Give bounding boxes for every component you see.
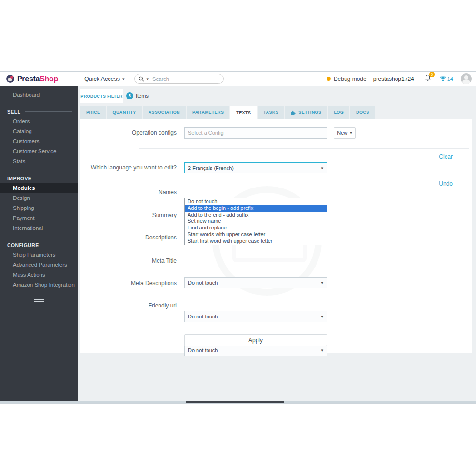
tab-label: QUANTITY — [113, 110, 136, 115]
avatar[interactable] — [461, 73, 472, 84]
chevron-down-icon — [122, 77, 125, 81]
sidebar-section-title-improve: IMPROVE — [0, 173, 78, 183]
puzzle-icon — [291, 110, 296, 115]
search-bar[interactable] — [134, 74, 224, 84]
achievements-button[interactable]: 14 — [440, 76, 453, 82]
sidebar-item-customers[interactable]: Customers — [0, 137, 78, 147]
language-select-value: 2 Français (French) — [188, 165, 234, 171]
tab-log[interactable]: LOG — [328, 106, 349, 119]
dropdown-option-highlighted[interactable]: Add to the begin - add prefix — [185, 205, 327, 212]
sidebar-section-title-configure: CONFIGURE — [0, 240, 78, 250]
tab-texts[interactable]: TEXTS — [230, 106, 257, 119]
dropdown-option[interactable]: Start first word with upper case letter — [185, 238, 327, 245]
sidebar-item-payment[interactable]: Payment — [0, 213, 78, 223]
dropdown-option[interactable]: Add to the end - add suffix — [185, 212, 327, 218]
operation-configs-label: Operation configs — [80, 127, 180, 139]
apply-button[interactable]: Apply — [184, 334, 327, 346]
sidebar-section-sell: SELL Orders Catalog Customers Customer S… — [0, 107, 78, 167]
tab-association[interactable]: ASSOCIATION — [143, 106, 186, 119]
sidebar-item-mass-actions[interactable]: Mass Actions — [0, 270, 78, 280]
section-title-text: CONFIGURE — [7, 242, 39, 248]
tab-settings[interactable]: SETTINGS — [285, 106, 327, 119]
new-button-label: New — [337, 130, 347, 136]
trophy-icon — [440, 76, 446, 82]
quick-access-menu[interactable]: Quick Access — [84, 76, 125, 82]
tab-label: TASKS — [263, 110, 278, 115]
language-label: Which language you want to edit? — [80, 162, 180, 173]
tab-label: TEXTS — [236, 110, 251, 115]
language-select[interactable]: 2 Français (French) — [184, 162, 327, 173]
clear-link[interactable]: Clear — [439, 153, 453, 160]
page: PrestaShop Quick Access Debug mode prest… — [0, 0, 476, 476]
sidebar-item-modules[interactable]: Modules — [0, 183, 78, 193]
tab-label: PARAMETERS — [192, 110, 224, 115]
search-scope-chevron-icon[interactable] — [147, 77, 149, 81]
tab-tasks[interactable]: TASKS — [258, 106, 284, 119]
notifications-button[interactable]: 5 — [425, 74, 431, 83]
tab-quantity[interactable]: QUANTITY — [107, 106, 142, 119]
sidebar: Dashboard SELL Orders Catalog Customers … — [0, 86, 78, 401]
search-input[interactable] — [152, 76, 220, 82]
search-icon — [139, 76, 144, 82]
section-title-text: SELL — [7, 109, 20, 115]
window-bottom-edge — [0, 401, 476, 403]
meta-title-label: Meta Title — [80, 255, 180, 267]
tab-parameters[interactable]: PARAMETERS — [187, 106, 229, 119]
topbar: PrestaShop Quick Access Debug mode prest… — [0, 72, 476, 86]
chevron-down-icon — [321, 348, 323, 353]
operation-configs-input[interactable] — [184, 127, 327, 139]
sidebar-section-configure: CONFIGURE Shop Parameters Advanced Param… — [0, 240, 78, 290]
chevron-down-icon — [321, 314, 323, 319]
sidebar-item-shop-parameters[interactable]: Shop Parameters — [0, 250, 78, 260]
new-config-button[interactable]: New — [334, 127, 356, 139]
sidebar-item-shipping[interactable]: Shipping — [0, 203, 78, 213]
main-content: PRODUCTS FILTER 3 Items PRICE QUANTITY A… — [78, 86, 476, 401]
friendly-url-select[interactable]: Do not touch — [184, 345, 327, 356]
collapse-menu-icon[interactable] — [34, 297, 44, 302]
tab-price[interactable]: PRICE — [80, 106, 106, 119]
sidebar-item-orders[interactable]: Orders — [0, 117, 78, 127]
dropdown-option[interactable]: Set new name — [185, 218, 327, 225]
sidebar-item-dashboard[interactable]: Dashboard — [0, 90, 78, 100]
achievement-count: 14 — [447, 76, 453, 82]
tab-bar: PRICE QUANTITY ASSOCIATION PARAMETERS TE… — [80, 106, 376, 119]
meta-descriptions-select[interactable]: Do not touch — [184, 311, 327, 322]
sidebar-item-catalog[interactable]: Catalog — [0, 127, 78, 137]
sidebar-item-international[interactable]: International — [0, 223, 78, 233]
summary-label: Summary — [80, 212, 180, 218]
tab-docs[interactable]: DOCS — [350, 106, 375, 119]
friendly-url-select-value: Do not touch — [188, 347, 218, 353]
items-label: Items — [136, 93, 149, 99]
friendly-url-label: Friendly url — [80, 300, 180, 311]
chevron-down-icon — [350, 130, 352, 135]
logo-text: PrestaShop — [17, 75, 58, 83]
sidebar-item-amazon-shop-integration[interactable]: Amazon Shop Integration — [0, 280, 78, 290]
texts-panel: Operation configs New Clear Which langua… — [80, 119, 472, 353]
prestashop-logo[interactable]: PrestaShop — [6, 75, 78, 83]
horizontal-scrollbar[interactable] — [186, 401, 284, 403]
sidebar-item-stats[interactable]: Stats — [0, 157, 78, 167]
notification-count-badge: 5 — [429, 72, 435, 77]
module-header-tab[interactable]: PRODUCTS FILTER — [80, 89, 123, 103]
shop-name[interactable]: prestashop1724 — [373, 76, 414, 82]
meta-descriptions-label: Meta Descriptions — [80, 278, 180, 289]
meta-title-select[interactable]: Do not touch — [184, 277, 327, 288]
sidebar-item-design[interactable]: Design — [0, 193, 78, 203]
dropdown-option[interactable]: Start words with upper case letter — [185, 231, 327, 238]
meta-descriptions-select-value: Do not touch — [188, 314, 218, 319]
names-label: Names — [80, 187, 180, 198]
tab-label: SETTINGS — [298, 110, 321, 115]
sidebar-section-improve: IMPROVE Modules Design Shipping Payment … — [0, 173, 78, 233]
browser-window: PrestaShop Quick Access Debug mode prest… — [0, 71, 476, 404]
sidebar-item-advanced-parameters[interactable]: Advanced Parameters — [0, 260, 78, 270]
dropdown-option[interactable]: Find and replace — [185, 225, 327, 231]
sidebar-item-customer-service[interactable]: Customer Service — [0, 147, 78, 157]
descriptions-label: Descriptions — [80, 235, 180, 241]
items-count-badge: 3 — [126, 92, 133, 99]
section-title-text: IMPROVE — [7, 176, 31, 181]
undo-link[interactable]: Undo — [439, 180, 453, 187]
topbar-right: Debug mode prestashop1724 5 — [327, 73, 472, 84]
sidebar-section-title-sell: SELL — [0, 107, 78, 117]
dropdown-option[interactable]: Do not touch — [185, 198, 327, 205]
section-divider — [36, 178, 72, 178]
